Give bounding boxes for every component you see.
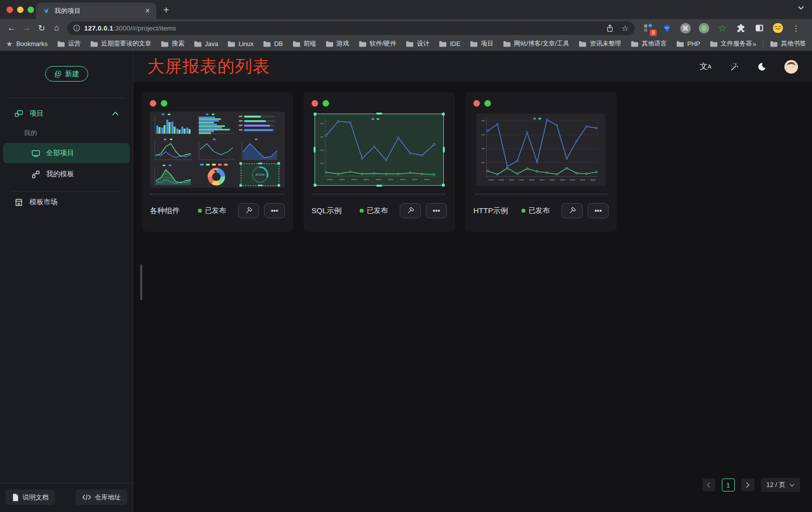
page-title: 大屏报表的列表: [147, 55, 270, 78]
bookmark-folder[interactable]: 运营: [57, 40, 81, 48]
site-info-icon[interactable]: [73, 25, 80, 32]
edit-project-button[interactable]: [562, 203, 583, 218]
ellipsis-icon: •••: [433, 207, 440, 215]
dark-mode-moon-icon[interactable]: [757, 62, 766, 72]
project-card-http[interactable]: HTTP示例 已发布 •••: [465, 92, 617, 232]
magic-wand-icon[interactable]: [729, 62, 739, 72]
chevron-up-icon[interactable]: [112, 112, 119, 116]
current-page-button[interactable]: 1: [722, 478, 735, 491]
bookmark-folder[interactable]: PHP: [676, 41, 700, 48]
next-page-button[interactable]: [741, 478, 754, 491]
sidebar-item-my-templates[interactable]: 我的模板: [3, 164, 130, 184]
bookmark-folder[interactable]: Linux: [227, 41, 253, 48]
sidebar-item-template-market[interactable]: 模板市场: [3, 192, 130, 213]
red-dot-icon: [150, 100, 156, 107]
new-project-button[interactable]: 新建: [45, 66, 88, 82]
bookmark-folder[interactable]: 设计: [406, 40, 429, 48]
edit-project-button[interactable]: [400, 203, 421, 218]
bookmark-folder[interactable]: Java: [194, 41, 218, 48]
bookmark-star-icon[interactable]: ☆: [622, 24, 629, 33]
reload-button[interactable]: ↻: [34, 21, 49, 35]
address-bar[interactable]: 127.0.0.1:3000/#/project/items ☆: [67, 22, 635, 35]
project-title: 各种组件: [150, 206, 180, 216]
publish-status: 已发布: [198, 206, 226, 215]
home-button[interactable]: ⌂: [49, 21, 64, 35]
folder-icon: [579, 41, 586, 47]
extension-recorder-icon[interactable]: [698, 23, 709, 34]
chevron-left-icon: [706, 482, 711, 488]
sidebar-section-project[interactable]: 项目: [3, 103, 130, 124]
project-title: HTTP示例: [473, 206, 508, 216]
folder-icon: [770, 41, 777, 47]
line-chart: [315, 114, 443, 185]
tab-close-icon[interactable]: ✕: [145, 7, 150, 15]
more-options-button[interactable]: •••: [426, 203, 447, 218]
bookmark-folder[interactable]: 游戏: [326, 40, 349, 48]
card-window-dots: [473, 97, 609, 112]
page-size-select[interactable]: 12 / 页: [761, 478, 800, 492]
repo-button[interactable]: 仓库地址: [76, 489, 127, 505]
more-options-button[interactable]: •••: [588, 203, 609, 218]
side-panel-icon[interactable]: [754, 23, 765, 34]
publish-status: 已发布: [360, 206, 388, 215]
bookmark-folder[interactable]: 其他语言: [631, 40, 667, 48]
bookmark-folder-label: IDE: [450, 41, 460, 48]
project-title: SQL示例: [312, 206, 342, 216]
forward-button[interactable]: →: [19, 21, 34, 35]
extension-gem-icon[interactable]: [661, 23, 672, 34]
bookmark-folder[interactable]: 软件/硬件: [359, 40, 396, 48]
prev-page-button[interactable]: [702, 478, 715, 491]
profile-avatar-icon[interactable]: [772, 23, 783, 34]
bookmark-folder[interactable]: 搜索: [161, 40, 184, 48]
bookmarks-manager-item[interactable]: ★ Bookmarks: [6, 40, 48, 49]
browser-tab[interactable]: 我的项目 ✕: [36, 3, 156, 19]
bookmark-folder-label: 近期需要读的文章: [101, 40, 151, 48]
scrollbar-thumb[interactable]: [140, 264, 142, 300]
more-options-button[interactable]: •••: [264, 203, 285, 218]
bookmark-folder[interactable]: 网站/博客/文章/工具: [503, 40, 569, 48]
new-tab-button[interactable]: +: [163, 5, 169, 15]
other-bookmarks-folder[interactable]: 其他书签: [770, 40, 806, 48]
extension-star-icon[interactable]: ☆: [717, 23, 728, 34]
bookmark-folder[interactable]: 前端: [293, 40, 316, 48]
status-dot-icon: [198, 209, 202, 213]
bookmarks-overflow-chevron[interactable]: »: [752, 40, 756, 48]
tab-search-chevron-icon[interactable]: [798, 6, 804, 10]
bookmark-folder[interactable]: 近期需要读的文章: [90, 40, 151, 48]
project-card-components[interactable]: 25.00% 各种组件 已发布: [142, 92, 293, 232]
bookmark-folder[interactable]: DB: [263, 41, 283, 48]
back-button[interactable]: ←: [4, 21, 19, 35]
green-dot-icon: [161, 100, 167, 107]
folder-icon: [439, 41, 446, 47]
close-window-button[interactable]: [7, 7, 13, 13]
bookmark-folder[interactable]: 资讯未整理: [579, 40, 621, 48]
bookmark-folder[interactable]: 项目: [470, 40, 493, 48]
share-icon[interactable]: [606, 24, 614, 33]
folder-icon: [293, 41, 300, 47]
user-avatar[interactable]: [784, 60, 798, 74]
chevron-right-icon: [745, 482, 750, 488]
extensions-puzzle-icon[interactable]: [735, 23, 746, 34]
folder-icon: [263, 41, 270, 47]
store-icon: [14, 198, 24, 207]
docs-button[interactable]: 说明文档: [6, 489, 55, 505]
main-area: 大屏报表的列表 文A: [133, 51, 812, 512]
edit-project-button[interactable]: [238, 203, 259, 218]
project-card-sql[interactable]: SQL示例 已发布 •••: [304, 92, 455, 232]
sidebar-item-all-projects[interactable]: 全部项目: [3, 143, 130, 163]
browser-menu-icon[interactable]: ⋮: [791, 24, 803, 33]
bookmark-folder[interactable]: IDE: [439, 41, 460, 48]
bookmark-folder-label: 其他语言: [642, 40, 667, 48]
hammer-icon: [244, 207, 253, 215]
status-label: 已发布: [528, 206, 550, 215]
bookmark-folder-list: 运营 近期需要读的文章 搜索 Java Linux DB 前端: [57, 40, 752, 48]
url-host: 127.0.0.1: [84, 25, 113, 32]
folder-icon: [406, 41, 413, 47]
extension-blocks-icon[interactable]: 9: [643, 23, 654, 34]
maximize-window-button[interactable]: [28, 7, 34, 13]
extension-command-icon[interactable]: ⌘: [680, 23, 691, 34]
minimize-window-button[interactable]: [17, 7, 24, 13]
folder-icon: [227, 41, 235, 47]
bookmark-folder[interactable]: 文件服务器: [710, 40, 752, 48]
language-icon[interactable]: 文A: [700, 62, 711, 72]
